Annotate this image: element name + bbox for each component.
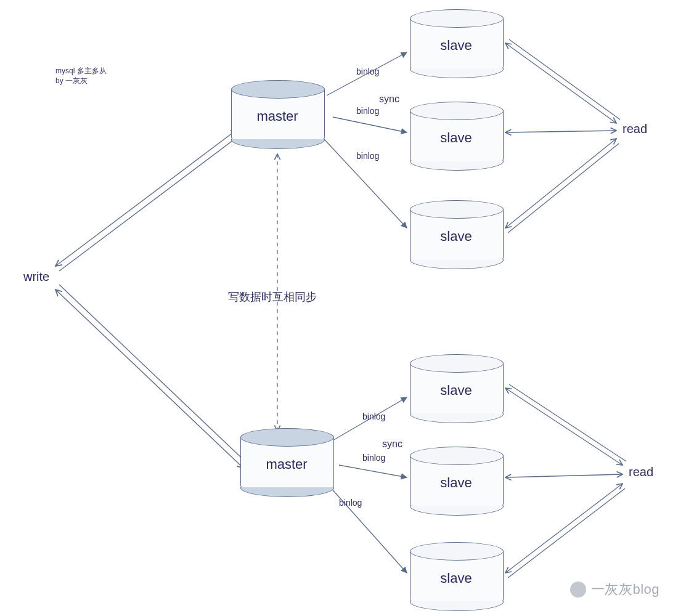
read-label-bottom: read: [629, 465, 653, 479]
svg-line-0: [55, 129, 237, 266]
master-db-bottom: master: [240, 428, 333, 496]
slave-db-b1-label: slave: [410, 383, 502, 399]
svg-line-10: [505, 131, 616, 132]
write-label: write: [23, 270, 49, 284]
slave-db-t2-label: slave: [410, 130, 502, 146]
svg-line-9: [509, 39, 620, 120]
diagram-title-note: mysql 多主多从 by 一灰灰: [55, 67, 107, 86]
read-label-top: read: [623, 122, 647, 136]
slave-db-t2: slave: [410, 102, 502, 169]
svg-line-20: [508, 488, 625, 578]
binlog-label-t3: binlog: [356, 151, 379, 161]
slave-db-b3: slave: [410, 542, 502, 610]
sync-label-bottom: sync: [382, 439, 402, 450]
title-line-2: by 一灰灰: [55, 76, 107, 86]
title-line-1: mysql 多主多从: [55, 67, 107, 76]
svg-line-6: [333, 117, 407, 132]
binlog-label-t1: binlog: [356, 67, 379, 76]
connector-layer: [0, 0, 678, 616]
sync-label-top: sync: [379, 94, 399, 105]
binlog-label-b2: binlog: [362, 453, 385, 463]
svg-line-12: [508, 144, 619, 233]
svg-line-11: [505, 139, 616, 228]
svg-line-17: [509, 384, 626, 461]
master-db-top-label: master: [231, 108, 324, 124]
svg-line-14: [339, 465, 407, 477]
binlog-label-b3: binlog: [339, 498, 362, 508]
svg-line-16: [505, 388, 623, 465]
master-sync-note: 写数据时互相同步: [228, 290, 317, 304]
svg-line-2: [55, 290, 243, 468]
svg-line-19: [505, 484, 623, 573]
slave-db-t1: slave: [410, 9, 502, 77]
wechat-icon: [570, 582, 586, 598]
binlog-label-t2: binlog: [356, 106, 379, 116]
binlog-label-b1: binlog: [362, 411, 385, 421]
svg-line-1: [59, 134, 241, 271]
slave-db-t1-label: slave: [410, 38, 502, 54]
svg-line-8: [505, 43, 616, 123]
slave-db-t3: slave: [410, 200, 502, 268]
slave-db-b3-label: slave: [410, 570, 502, 586]
slave-db-b2-label: slave: [410, 475, 502, 491]
svg-line-18: [505, 474, 623, 477]
svg-line-3: [59, 285, 247, 463]
slave-db-b1: slave: [410, 354, 502, 422]
master-db-top: master: [231, 80, 324, 148]
master-db-bottom-label: master: [240, 456, 333, 472]
slave-db-b2: slave: [410, 447, 502, 514]
watermark: 一灰灰blog: [570, 580, 660, 599]
diagram-stage: mysql 多主多从 by 一灰灰 write read read 写数据时互相…: [0, 0, 678, 616]
watermark-text: 一灰灰blog: [591, 580, 660, 599]
slave-db-t3-label: slave: [410, 229, 502, 245]
